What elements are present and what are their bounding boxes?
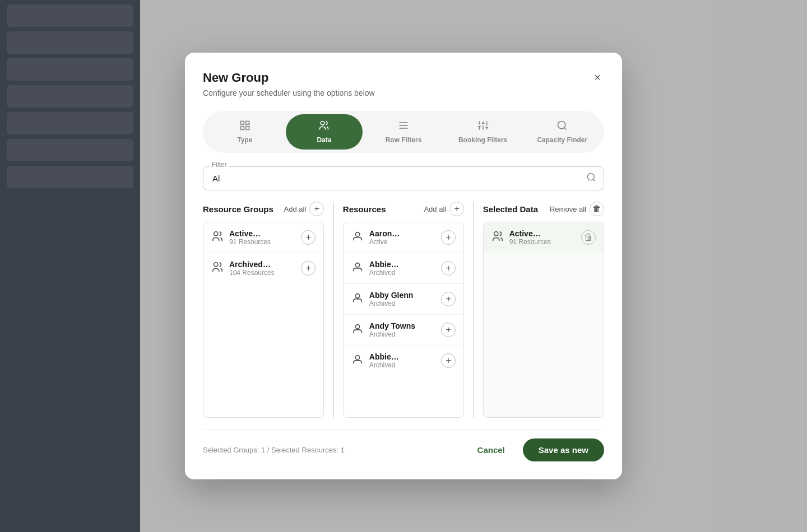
selected-sub: 91 Resources xyxy=(509,238,576,246)
tab-type[interactable]: Type xyxy=(206,114,284,150)
resources-col: Resources Add all + Aaron… Active xyxy=(343,202,464,418)
col-divider-2 xyxy=(473,202,474,418)
col-divider xyxy=(333,202,334,418)
row-filters-icon xyxy=(398,120,409,134)
selected-data-col: Selected Data Remove all 🗑 Active… 91 Re… xyxy=(483,202,604,418)
group-name: Active… xyxy=(229,229,295,238)
add-resource-button[interactable]: + xyxy=(441,261,456,276)
resource-icon xyxy=(351,292,364,307)
tab-data[interactable]: Data xyxy=(286,114,363,150)
close-button[interactable]: × xyxy=(591,71,604,84)
svg-point-21 xyxy=(214,231,218,235)
resource-name: Abbie… xyxy=(369,260,435,269)
selected-name: Active… xyxy=(509,229,576,238)
resource-sub: Active xyxy=(369,238,435,246)
filter-input[interactable] xyxy=(203,166,604,190)
selected-data-actions: Remove all 🗑 xyxy=(550,202,604,216)
resource-icon xyxy=(351,230,364,245)
resource-sub: Archived xyxy=(369,330,435,338)
svg-point-26 xyxy=(355,324,359,328)
add-group-button[interactable]: + xyxy=(301,230,316,245)
svg-line-18 xyxy=(564,128,567,130)
modal-subtitle: Configure your scheduler using the optio… xyxy=(203,88,604,97)
resource-name: Aaron… xyxy=(369,229,435,238)
selected-data-header: Selected Data Remove all 🗑 xyxy=(483,202,604,216)
add-group-button[interactable]: + xyxy=(301,261,316,276)
modal-footer: Selected Groups: 1 / Selected Resources:… xyxy=(203,429,604,461)
resource-groups-actions: Add all + xyxy=(284,202,324,216)
group-icon xyxy=(211,230,224,245)
tab-capacity-finder-label: Capacity Finder xyxy=(537,136,587,144)
type-icon xyxy=(239,120,251,134)
svg-point-25 xyxy=(355,293,359,297)
tab-booking-filters-label: Booking Filters xyxy=(458,136,507,144)
resource-name: Andy Towns xyxy=(369,321,435,330)
add-resource-button[interactable]: + xyxy=(441,230,456,245)
booking-filters-icon xyxy=(477,120,489,134)
remove-all-button[interactable]: 🗑 xyxy=(590,202,604,216)
resource-icon xyxy=(351,323,364,338)
list-item[interactable]: Archived… 104 Resources + xyxy=(203,253,323,283)
svg-point-23 xyxy=(355,232,359,236)
list-item[interactable]: Abby Glenn Archived + xyxy=(344,284,463,315)
svg-point-28 xyxy=(494,231,498,235)
add-resource-button[interactable]: + xyxy=(441,353,456,368)
resources-title: Resources xyxy=(343,204,386,214)
svg-line-20 xyxy=(593,179,595,180)
selected-group-icon xyxy=(491,230,504,245)
svg-point-4 xyxy=(321,122,325,125)
remove-all-label: Remove all xyxy=(550,205,586,213)
data-columns: Resource Groups Add all + Active… 91 Res… xyxy=(203,202,604,418)
add-resource-button[interactable]: + xyxy=(441,292,456,306)
resource-icon xyxy=(351,261,364,276)
selected-item[interactable]: Active… 91 Resources 🗑 xyxy=(484,222,604,253)
filter-wrapper: Filter xyxy=(203,166,604,190)
save-as-new-button[interactable]: Save as new xyxy=(523,438,604,461)
resources-header: Resources Add all + xyxy=(343,202,464,216)
resource-sub: Archived xyxy=(369,269,435,277)
step-tabs: Type Data Row Filters Booking Filters xyxy=(203,111,604,153)
list-item[interactable]: Active… 91 Resources + xyxy=(203,222,323,253)
tab-type-label: Type xyxy=(237,136,252,144)
svg-rect-2 xyxy=(240,127,244,130)
modal-backdrop: New Group × Configure your scheduler usi… xyxy=(0,0,807,532)
selected-summary: Selected Groups: 1 / Selected Resources:… xyxy=(203,446,345,454)
search-icon xyxy=(586,172,596,185)
cancel-button[interactable]: Cancel xyxy=(466,440,516,460)
list-item[interactable]: Abbie… Archived + xyxy=(344,253,463,284)
svg-point-24 xyxy=(355,263,359,267)
tab-capacity-finder[interactable]: Capacity Finder xyxy=(523,114,601,150)
resources-list: Aaron… Active + Abbie… Archived xyxy=(343,222,464,418)
resource-sub: Archived xyxy=(369,361,435,369)
tab-data-label: Data xyxy=(317,136,331,144)
resource-icon xyxy=(351,353,364,368)
capacity-finder-icon xyxy=(556,120,568,134)
add-resource-button[interactable]: + xyxy=(441,323,456,337)
add-all-resources-label: Add all xyxy=(424,205,446,213)
add-all-groups-button[interactable]: + xyxy=(309,202,324,216)
resource-groups-header: Resource Groups Add all + xyxy=(203,202,324,216)
list-item[interactable]: Andy Towns Archived + xyxy=(344,315,463,346)
resource-name: Abby Glenn xyxy=(369,291,435,300)
resource-groups-list: Active… 91 Resources + Archived… 104 Res… xyxy=(203,222,324,418)
tab-booking-filters[interactable]: Booking Filters xyxy=(444,114,522,150)
tab-row-filters[interactable]: Row Filters xyxy=(365,114,442,150)
resource-groups-col: Resource Groups Add all + Active… 91 Res… xyxy=(203,202,324,418)
add-all-resources-button[interactable]: + xyxy=(449,202,464,216)
svg-rect-1 xyxy=(245,122,249,125)
footer-buttons: Cancel Save as new xyxy=(466,438,604,461)
new-group-modal: New Group × Configure your scheduler usi… xyxy=(185,53,622,479)
modal-header: New Group × xyxy=(203,71,604,85)
group-name: Archived… xyxy=(229,260,295,269)
selected-data-list: Active… 91 Resources 🗑 xyxy=(483,222,604,418)
svg-rect-3 xyxy=(245,127,249,130)
resource-sub: Archived xyxy=(369,300,435,307)
data-icon xyxy=(318,120,330,134)
modal-title: New Group xyxy=(203,71,268,85)
list-item[interactable]: Aaron… Active + xyxy=(344,222,463,253)
group-sub: 104 Resources xyxy=(229,269,295,277)
resource-name: Abbie… xyxy=(369,352,435,361)
list-item[interactable]: Abbie… Archived + xyxy=(344,346,463,376)
remove-item-button[interactable]: 🗑 xyxy=(581,230,596,245)
svg-point-17 xyxy=(558,122,565,129)
